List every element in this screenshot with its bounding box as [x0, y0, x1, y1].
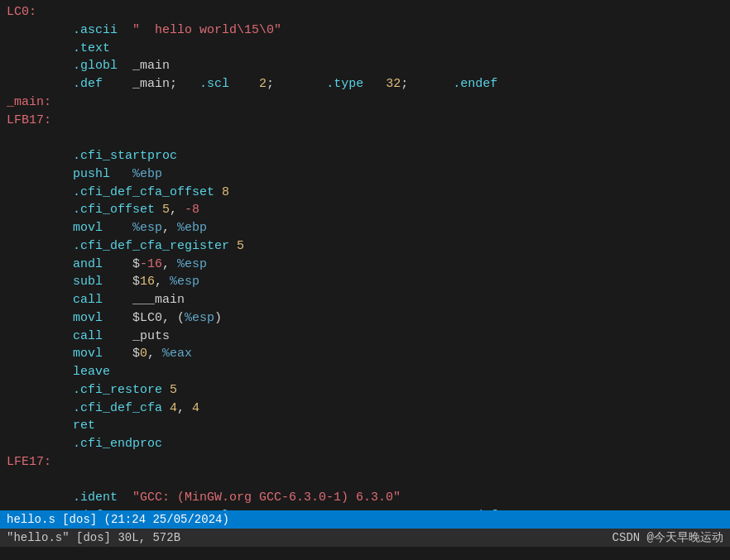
code-line: subl $16 , %esp — [7, 273, 723, 291]
code-line: call ___main — [7, 291, 723, 309]
code-line: ret — [7, 417, 723, 435]
code-line: .text — [7, 40, 723, 58]
code-line: LC0: — [7, 3, 723, 22]
code-line: movl %esp , %ebp — [7, 219, 723, 237]
code-line: .globl _main — [7, 57, 723, 75]
code-line: .cfi_startproc — [7, 147, 723, 165]
status-bar: hello.s [dos] (21:24 25/05/2024) — [0, 510, 730, 529]
bottom-bar: "hello.s" [dos] 30L, 572B CSDN @今天早晚运动 — [0, 529, 730, 547]
code-line: .cfi_offset 5 , -8 — [7, 201, 723, 219]
code-line: call _puts — [7, 328, 723, 346]
code-line: .cfi_restore 5 — [7, 381, 723, 400]
code-line: LFE17: — [7, 453, 723, 471]
code-line: leave — [7, 363, 723, 381]
code-line: .cfi_def_cfa_register 5 — [7, 237, 723, 256]
code-editor: LC0: .ascii " hello world\15\0" .text .g… — [0, 0, 730, 510]
code-line: _main: — [7, 93, 723, 112]
code-line: .cfi_def_cfa 4 , 4 — [7, 400, 723, 418]
code-line: .ident "GCC: (MinGW.org GCC-6.3.0-1) 6.3… — [7, 489, 723, 507]
code-line: pushl %ebp — [7, 165, 723, 184]
code-line: andl $-16 , %esp — [7, 256, 723, 274]
code-line: .cfi_def_cfa_offset 8 — [7, 184, 723, 202]
code-line — [7, 129, 723, 147]
bottom-bar-right: CSDN @今天早晚运动 — [612, 529, 723, 546]
code-line: .cfi_endproc — [7, 435, 723, 453]
bottom-bar-left: "hello.s" [dos] 30L, 572B — [7, 529, 180, 546]
code-line: .def _main ; .scl 2 ; .type 32 ; .endef — [7, 75, 723, 93]
code-line: .ascii " hello world\15\0" — [7, 22, 723, 40]
code-line — [7, 471, 723, 490]
code-line: movl $LC0 , ( %esp ) — [7, 309, 723, 328]
status-bar-text: hello.s [dos] (21:24 25/05/2024) — [7, 511, 229, 528]
code-line: movl $0 , %eax — [7, 345, 723, 363]
code-line: LFB17: — [7, 112, 723, 130]
